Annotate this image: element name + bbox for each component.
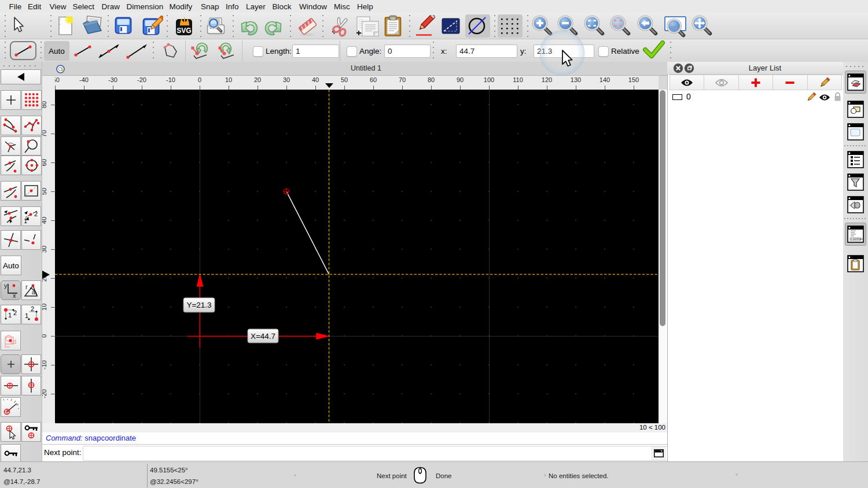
svg-text:a: a [32, 289, 36, 295]
svg-text:Y=21.3: Y=21.3 [186, 301, 211, 309]
svg-text:2: 2 [13, 309, 17, 316]
svg-text:X=44.7: X=44.7 [251, 332, 275, 341]
svg-text:x: x [13, 292, 16, 298]
svg-text:2: 2 [34, 210, 38, 217]
svg-text:1: 1 [25, 312, 28, 319]
svg-text:r: r [25, 283, 28, 290]
svg-text:2: 2 [31, 306, 34, 312]
svg-text:1: 1 [24, 217, 27, 224]
svg-text:1: 1 [8, 312, 12, 319]
svg-text:SVG: SVG [176, 27, 191, 35]
svg-text:c command: c command [851, 238, 864, 241]
svg-text:y: y [4, 282, 8, 289]
